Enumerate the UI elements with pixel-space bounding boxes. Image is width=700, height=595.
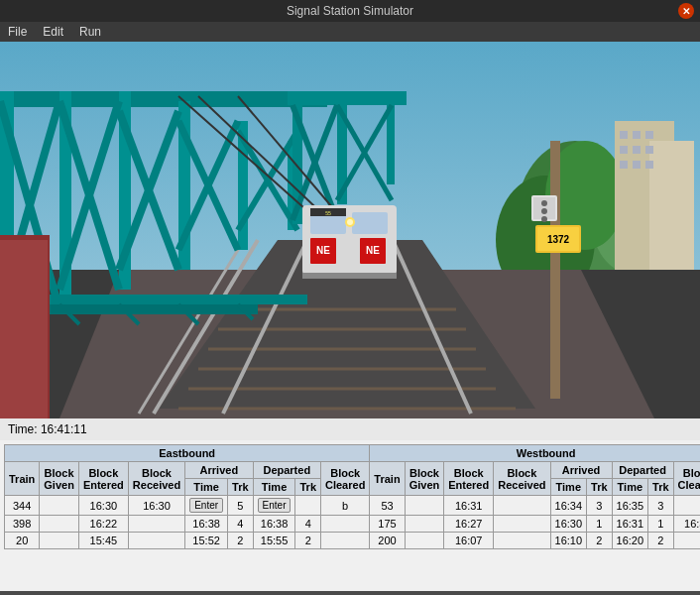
menu-run[interactable]: Run bbox=[79, 25, 101, 39]
svg-rect-78 bbox=[550, 141, 560, 399]
col-dep-trk-east: Trk bbox=[295, 479, 321, 496]
col-arr-time-east: Time bbox=[185, 479, 228, 496]
menu-bar: File Edit Run bbox=[0, 22, 700, 42]
col-dep-trk-west: Trk bbox=[648, 479, 674, 496]
title-bar: Signal Station Simulator ✕ bbox=[0, 0, 700, 22]
data-table: Eastbound Westbound Train BlockGiven Blo… bbox=[4, 444, 700, 549]
col-block-cleared-west: BlockCleared bbox=[673, 462, 700, 496]
svg-rect-56 bbox=[387, 105, 395, 184]
westbound-header: Westbound bbox=[370, 445, 700, 462]
svg-text:1372: 1372 bbox=[547, 234, 570, 245]
time-value: 16:41:11 bbox=[41, 422, 87, 436]
time-display: Time: 16:41:11 bbox=[0, 418, 700, 440]
col-dep-time-west: Time bbox=[612, 479, 648, 496]
data-section: Eastbound Westbound Train BlockGiven Blo… bbox=[0, 440, 700, 591]
svg-rect-14 bbox=[620, 161, 628, 169]
svg-rect-9 bbox=[633, 131, 641, 139]
svg-rect-15 bbox=[633, 161, 641, 169]
close-button[interactable]: ✕ bbox=[678, 3, 694, 19]
eastbound-header: Eastbound bbox=[5, 445, 370, 462]
svg-rect-13 bbox=[645, 146, 653, 154]
col-train-west: Train bbox=[370, 462, 405, 496]
svg-rect-8 bbox=[620, 131, 628, 139]
table-row: 39816:2216:38416:38417516:2716:30116:311… bbox=[5, 516, 701, 533]
col-arr-trk-west: Trk bbox=[587, 479, 613, 496]
svg-text:NE: NE bbox=[316, 245, 330, 256]
col-block-cleared-east: BlockCleared bbox=[321, 462, 370, 496]
time-label: Time: bbox=[8, 422, 38, 436]
enter-button[interactable]: Enter bbox=[189, 498, 223, 513]
col-arrived-west: Arrived bbox=[550, 462, 612, 479]
window-title: Signal Station Simulator bbox=[287, 4, 413, 18]
svg-rect-68 bbox=[352, 212, 388, 234]
col-block-entered-west: BlockEntered bbox=[444, 462, 494, 496]
svg-point-84 bbox=[541, 200, 547, 206]
col-arr-trk-east: Trk bbox=[228, 479, 254, 496]
svg-text:NE: NE bbox=[366, 245, 380, 256]
col-block-entered-east: BlockEntered bbox=[78, 462, 128, 496]
col-departed-east: Departed bbox=[253, 462, 320, 479]
svg-point-85 bbox=[541, 208, 547, 214]
simulation-viewport: 55 NE NE 1372 bbox=[0, 42, 700, 418]
col-block-given-west: BlockGiven bbox=[405, 462, 444, 496]
svg-rect-11 bbox=[620, 146, 628, 154]
svg-point-86 bbox=[541, 216, 547, 222]
svg-rect-62 bbox=[0, 240, 48, 418]
table-row: 2015:4515:52215:55220016:0716:10216:202 bbox=[5, 533, 701, 549]
svg-rect-30 bbox=[0, 91, 327, 107]
menu-file[interactable]: File bbox=[8, 25, 27, 39]
svg-rect-10 bbox=[645, 131, 653, 139]
svg-text:55: 55 bbox=[325, 210, 331, 216]
col-dep-time-east: Time bbox=[253, 479, 295, 496]
svg-rect-16 bbox=[645, 161, 653, 169]
col-block-given-east: BlockGiven bbox=[40, 462, 79, 496]
menu-edit[interactable]: Edit bbox=[43, 25, 63, 39]
svg-rect-12 bbox=[633, 146, 641, 154]
table-row: 34416:3016:30Enter5Enterb5316:3116:34316… bbox=[5, 496, 701, 516]
svg-rect-7 bbox=[649, 141, 694, 270]
enter-button[interactable]: Enter bbox=[258, 498, 292, 513]
col-arr-time-west: Time bbox=[550, 479, 587, 496]
col-arrived-east: Arrived bbox=[185, 462, 253, 479]
col-block-received-east: BlockReceived bbox=[128, 462, 184, 496]
svg-point-76 bbox=[347, 219, 353, 225]
col-block-received-west: BlockReceived bbox=[494, 462, 550, 496]
col-departed-west: Departed bbox=[612, 462, 673, 479]
svg-rect-53 bbox=[288, 91, 407, 105]
col-train-east: Train bbox=[5, 462, 40, 496]
svg-rect-77 bbox=[302, 273, 397, 279]
